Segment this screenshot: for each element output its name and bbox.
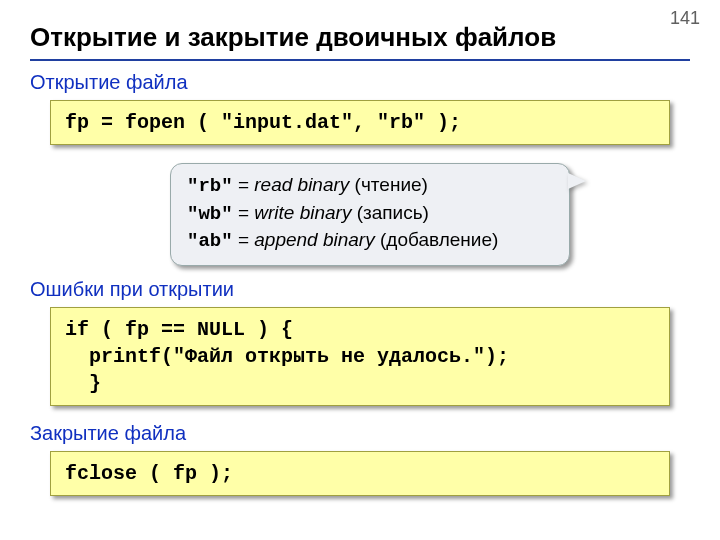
page-number: 141 [670, 8, 700, 29]
section-open-label: Открытие файла [30, 71, 720, 94]
mode-rb: "rb" = read binary (чтение) [187, 172, 553, 200]
code-open: fp = fopen ( "input.dat", "rb" ); [50, 100, 670, 145]
code-close: fclose ( fp ); [50, 451, 670, 496]
code-errors: if ( fp == NULL ) { printf("Файл открыть… [50, 307, 670, 406]
mode-wb: "wb" = write binary (запись) [187, 200, 553, 228]
section-close-label: Закрытие файла [30, 422, 720, 445]
page-title: Открытие и закрытие двоичных файлов [30, 22, 720, 53]
modes-callout: "rb" = read binary (чтение) "wb" = write… [170, 163, 570, 266]
mode-ab: "ab" = append binary (добавление) [187, 227, 553, 255]
title-rule [30, 59, 690, 61]
section-errors-label: Ошибки при открытии [30, 278, 720, 301]
callout-tail-icon [568, 173, 586, 189]
